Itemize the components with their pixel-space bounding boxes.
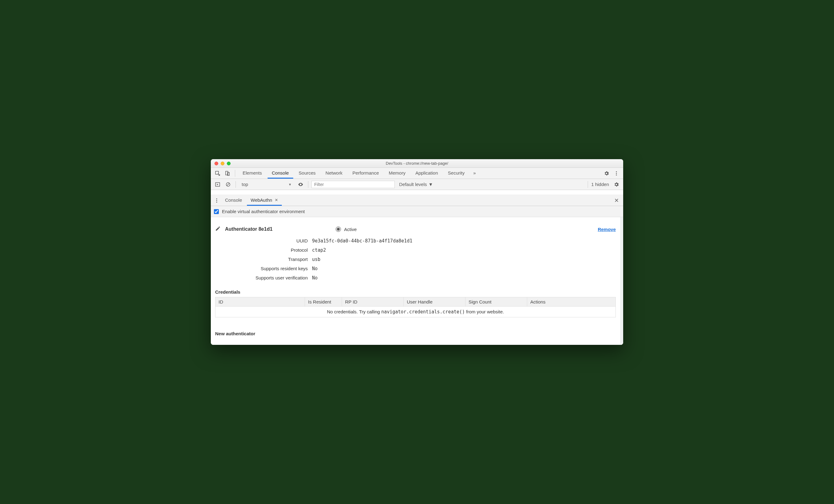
enable-virtual-auth-row: Enable virtual authenticator environment: [211, 206, 623, 217]
drawer-tabs: Console WebAuthn ✕ ✕: [211, 195, 623, 206]
tab-label: Console: [272, 170, 289, 176]
window-title: DevTools - chrome://new-tab-page/: [211, 161, 623, 166]
svg-point-8: [216, 198, 217, 199]
inspect-element-icon[interactable]: [213, 169, 222, 178]
close-icon[interactable]: ✕: [275, 198, 278, 202]
col-actions: Actions: [527, 297, 616, 306]
console-filter-input[interactable]: [311, 181, 395, 188]
log-levels-select[interactable]: Default levels ▼: [399, 182, 433, 187]
empty-code: navigator.credentials.create(): [381, 309, 465, 315]
tab-elements[interactable]: Elements: [238, 168, 266, 179]
tab-console[interactable]: Console: [268, 168, 293, 179]
credentials-empty-cell: No credentials. Try calling navigator.cr…: [216, 306, 616, 317]
tab-label: Sources: [299, 170, 316, 176]
console-settings-gear-icon[interactable]: [612, 180, 621, 189]
caret-down-icon: ▼: [429, 182, 433, 187]
tab-application[interactable]: Application: [411, 168, 442, 179]
divider: [235, 170, 235, 177]
execution-context-select[interactable]: top ▼: [239, 180, 294, 188]
tab-sources[interactable]: Sources: [294, 168, 320, 179]
console-toolbar: top ▼ Default levels ▼ 1 hidden: [211, 179, 623, 190]
webauthn-panel: Authenticator 8e1d1 Active Remove UUID 9…: [211, 217, 623, 345]
col-user-handle: User Handle: [404, 297, 465, 306]
tab-label: Performance: [352, 170, 379, 176]
user-verification-label: Supports user verification: [215, 275, 308, 281]
clear-console-icon[interactable]: [224, 180, 233, 189]
divider: [236, 181, 236, 188]
traffic-lights: [211, 162, 231, 165]
active-radio[interactable]: [335, 226, 341, 232]
tab-label: Network: [326, 170, 343, 176]
drawer-close-icon[interactable]: ✕: [612, 197, 621, 204]
transport-label: Transport: [215, 257, 308, 262]
drawer-tab-label: Console: [225, 198, 242, 203]
uuid-label: UUID: [215, 238, 308, 244]
col-is-resident: Is Resident: [305, 297, 342, 306]
resident-keys-label: Supports resident keys: [215, 266, 308, 271]
chevron-double-right-icon: »: [473, 170, 476, 176]
tab-label: Application: [415, 170, 438, 176]
empty-suffix: from your website.: [465, 309, 504, 314]
table-row-empty: No credentials. Try calling navigator.cr…: [216, 306, 616, 317]
uuid-value: 9e3a15fc-0da0-44bc-871b-a4f17da8e1d1: [312, 238, 616, 244]
active-radio-label: Active: [344, 227, 357, 232]
svg-point-3: [616, 171, 617, 172]
svg-point-5: [616, 174, 617, 175]
window-close-button[interactable]: [215, 162, 218, 165]
enable-virtual-auth-label: Enable virtual authenticator environment: [222, 209, 305, 214]
authenticator-title: Authenticator 8e1d1: [225, 226, 272, 232]
hidden-messages-count[interactable]: 1 hidden: [591, 182, 609, 187]
svg-point-9: [216, 200, 217, 201]
drawer-tab-webauthn[interactable]: WebAuthn ✕: [247, 195, 282, 206]
edit-pencil-icon[interactable]: [215, 226, 221, 233]
window-zoom-button[interactable]: [227, 162, 231, 165]
device-toggle-icon[interactable]: [223, 169, 232, 178]
divider: [308, 181, 308, 188]
console-sidebar-toggle-icon[interactable]: [213, 180, 222, 189]
execution-context-value: top: [242, 182, 248, 187]
live-expression-eye-icon[interactable]: [296, 180, 305, 189]
tab-network[interactable]: Network: [321, 168, 347, 179]
new-authenticator-title: New authenticator: [215, 331, 616, 336]
tab-performance[interactable]: Performance: [348, 168, 383, 179]
window-minimize-button[interactable]: [221, 162, 224, 165]
tab-memory[interactable]: Memory: [385, 168, 410, 179]
credentials-table: ID Is Resident RP ID User Handle Sign Co…: [215, 297, 616, 317]
transport-value: usb: [312, 257, 616, 262]
user-verification-value: No: [312, 275, 616, 281]
titlebar: DevTools - chrome://new-tab-page/: [211, 159, 623, 168]
tab-label: Elements: [243, 170, 262, 176]
devtools-window: DevTools - chrome://new-tab-page/ Elemen…: [211, 159, 623, 345]
col-sign-count: Sign Count: [465, 297, 527, 306]
console-output-area: [211, 190, 623, 195]
authenticator-header: Authenticator 8e1d1 Active Remove: [215, 223, 616, 238]
tab-label: Memory: [389, 170, 405, 176]
caret-down-icon: ▼: [288, 183, 292, 186]
drawer-tab-label: WebAuthn: [250, 198, 272, 203]
empty-prefix: No credentials. Try calling: [327, 309, 381, 314]
tab-label: Security: [448, 170, 464, 176]
credentials-section-title: Credentials: [215, 289, 616, 295]
tabs-overflow-button[interactable]: »: [470, 168, 479, 179]
remove-authenticator-link[interactable]: Remove: [598, 227, 616, 232]
active-radio-group: Active: [335, 226, 357, 232]
drawer-tab-console[interactable]: Console: [221, 195, 246, 206]
protocol-label: Protocol: [215, 247, 308, 253]
enable-virtual-auth-checkbox[interactable]: [214, 209, 219, 214]
log-levels-label: Default levels: [399, 182, 427, 187]
tab-security[interactable]: Security: [443, 168, 469, 179]
authenticator-details: UUID 9e3a15fc-0da0-44bc-871b-a4f17da8e1d…: [215, 238, 616, 281]
divider: [588, 181, 588, 188]
kebab-menu-icon[interactable]: [612, 169, 621, 178]
col-rp-id: RP ID: [342, 297, 404, 306]
svg-point-10: [216, 201, 217, 202]
col-id: ID: [216, 297, 305, 306]
drawer-kebab-menu-icon[interactable]: [213, 196, 220, 205]
settings-gear-icon[interactable]: [602, 169, 611, 178]
main-tabs: Elements Console Sources Network Perform…: [211, 168, 623, 179]
protocol-value: ctap2: [312, 247, 616, 253]
svg-point-4: [616, 173, 617, 174]
table-header-row: ID Is Resident RP ID User Handle Sign Co…: [216, 297, 616, 306]
resident-keys-value: No: [312, 266, 616, 271]
